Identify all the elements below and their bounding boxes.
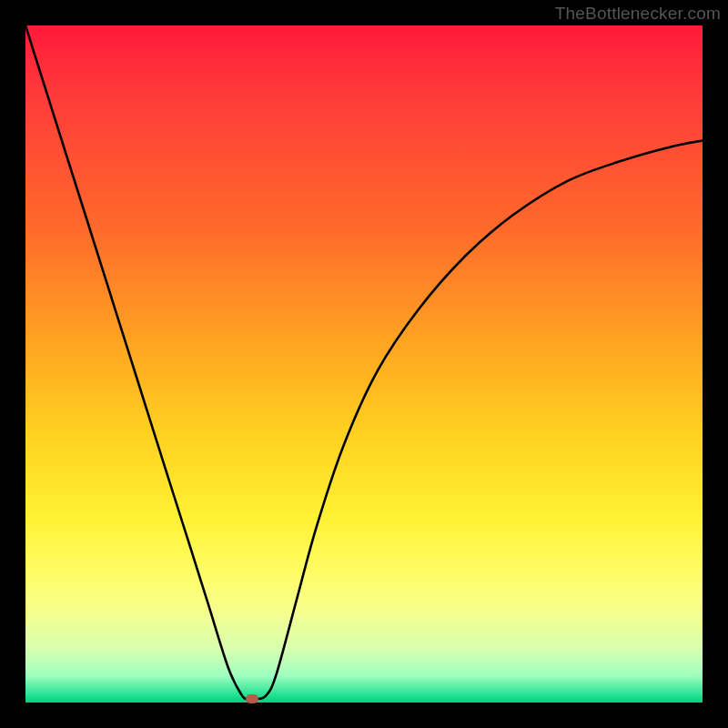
plot-area [25,25,703,703]
optimum-marker [246,694,258,703]
bottleneck-curve [25,25,703,700]
curve-svg [25,25,703,703]
watermark-text: TheBottlenecker.com [555,4,721,24]
chart-frame: TheBottlenecker.com [0,0,728,728]
